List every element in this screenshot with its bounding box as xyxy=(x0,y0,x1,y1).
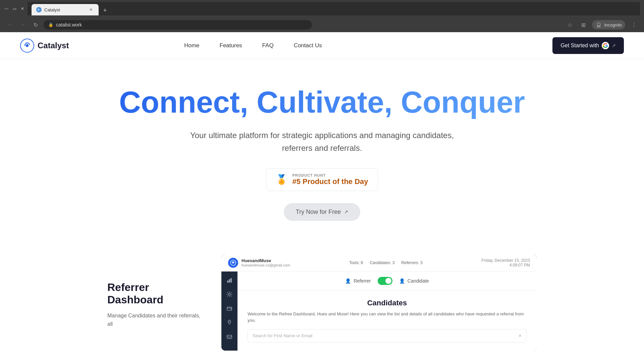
refresh-button[interactable]: ↻ xyxy=(31,20,40,29)
menu-icon: ⋮ xyxy=(631,22,637,28)
product-hunt-rank: #5 Product of the Day xyxy=(292,177,368,186)
svg-rect-8 xyxy=(227,281,228,283)
app-topbar: HuesandMuse huesandmuse.co@gmail.com Too… xyxy=(221,254,537,272)
dashboard-description: Manage Candidates and their referrals, a… xyxy=(107,311,201,328)
svg-point-11 xyxy=(228,293,230,295)
nav-features[interactable]: Features xyxy=(220,42,242,49)
search-placeholder: Search for First Name or Email xyxy=(253,333,312,338)
app-logo-area: HuesandMuse huesandmuse.co@gmail.com xyxy=(228,258,290,268)
svg-rect-3 xyxy=(597,25,601,27)
search-close-icon[interactable]: × xyxy=(519,333,522,339)
candidates-content: Candidates Welcome to the Refree Dashboa… xyxy=(237,291,537,351)
tools-stat: Tools: 8 xyxy=(349,260,363,265)
candidate-icon: 👤 xyxy=(399,278,405,284)
refresh-icon: ↻ xyxy=(34,22,38,28)
logo[interactable]: Catalyst xyxy=(20,39,69,53)
product-hunt-label: PRODUCT HUNT xyxy=(292,173,368,177)
app-user-info: HuesandMuse huesandmuse.co@gmail.com xyxy=(241,258,290,267)
app-user-email: huesandmuse.co@gmail.com xyxy=(241,263,290,267)
referrer-toggle-item: 👤 Referrer xyxy=(345,278,371,284)
toolbar-right: ☆ ⊞ Incognito ⋮ xyxy=(565,20,639,29)
sidebar-settings-icon[interactable] xyxy=(225,290,233,298)
product-hunt-text: PRODUCT HUNT #5 Product of the Day xyxy=(292,173,368,186)
try-now-label: Try Now for Free xyxy=(296,208,341,216)
back-button[interactable]: ← xyxy=(5,20,15,29)
sidebar-location-icon[interactable] xyxy=(225,318,233,326)
split-button[interactable]: ⊞ xyxy=(579,20,588,29)
svg-point-14 xyxy=(229,321,230,322)
dashboard-text: Referrer Dashboard Manage Candidates and… xyxy=(107,254,201,328)
product-hunt-badge[interactable]: 🏅 PRODUCT HUNT #5 Product of the Day xyxy=(266,168,378,191)
external-arrow-icon: ↗ xyxy=(612,43,616,48)
time-text: 4:09:07 PM xyxy=(481,263,530,267)
svg-point-5 xyxy=(26,44,29,47)
incognito-icon xyxy=(595,21,602,28)
logo-icon xyxy=(20,39,34,53)
logo-text: Catalyst xyxy=(38,41,69,50)
minimize-button[interactable]: — xyxy=(4,6,9,11)
app-logo-circle xyxy=(228,258,238,268)
app-user-name: HuesandMuse xyxy=(241,258,290,263)
svg-point-7 xyxy=(232,262,234,263)
candidates-description: Welcome to the Refree Dashboard, Hues an… xyxy=(248,311,527,324)
hero-title: Connect, Cultivate, Conquer xyxy=(20,86,624,119)
svg-point-2 xyxy=(598,23,600,25)
browser-chrome: — ▭ ✕ Catalyst ✕ + ← → xyxy=(0,0,644,32)
back-icon: ← xyxy=(7,22,13,28)
bookmark-button[interactable]: ☆ xyxy=(565,20,575,29)
app-topbar-stats: Tools: 8 Candidates: 3 Referrers: 3 xyxy=(349,260,423,265)
active-tab[interactable]: Catalyst ✕ xyxy=(32,4,99,15)
forward-icon: → xyxy=(20,22,25,28)
nav-home[interactable]: Home xyxy=(184,42,199,49)
app-topbar-date: Friday, December 15, 2023 4:09:07 PM xyxy=(481,258,530,267)
cta-label: Get Started with xyxy=(560,43,599,49)
nav-faq[interactable]: FAQ xyxy=(262,42,274,49)
maximize-button[interactable]: ▭ xyxy=(12,6,17,11)
get-started-button[interactable]: Get Started with ↗ xyxy=(552,37,624,54)
tab-close-button[interactable]: ✕ xyxy=(88,7,94,13)
address-bar[interactable]: 🔒 catalist.work xyxy=(44,20,312,29)
referrers-stat: Referrers: 3 xyxy=(401,260,422,265)
website-content: Catalyst Home Features FAQ Contact Us Ge… xyxy=(0,32,644,351)
hero-subtitle: Your ultimate platform for strategic app… xyxy=(188,129,456,155)
new-tab-button[interactable]: + xyxy=(100,5,110,15)
lock-icon: 🔒 xyxy=(48,22,53,27)
incognito-label: Incognito xyxy=(604,22,622,27)
try-now-button[interactable]: Try Now for Free ↗ xyxy=(284,203,360,221)
split-icon: ⊞ xyxy=(581,22,586,28)
dashboard-image: HuesandMuse huesandmuse.co@gmail.com Too… xyxy=(221,254,537,351)
search-bar-preview[interactable]: Search for First Name or Email × xyxy=(248,329,527,343)
candidate-toggle-item: 👤 Candidate xyxy=(399,278,429,284)
hero-title-text: Connect, Cultivate, Conquer xyxy=(119,85,525,119)
star-icon: ☆ xyxy=(568,22,572,28)
medal-icon: 🏅 xyxy=(276,174,287,185)
incognito-badge[interactable]: Incognito xyxy=(592,20,625,29)
app-main-content: 👤 Referrer 👤 Candidate Candidates Welcom… xyxy=(237,272,537,351)
toggle-switch[interactable] xyxy=(378,277,392,285)
dashboard-title: Referrer Dashboard xyxy=(107,281,201,306)
toggle-bar: 👤 Referrer 👤 Candidate xyxy=(237,272,537,291)
referrer-label: Referrer xyxy=(354,278,371,284)
close-window-button[interactable]: ✕ xyxy=(20,6,25,11)
candidates-title: Candidates xyxy=(248,299,527,307)
svg-rect-15 xyxy=(227,335,232,339)
tab-favicon xyxy=(36,7,42,12)
window-controls: — ▭ ✕ xyxy=(4,6,25,11)
svg-rect-10 xyxy=(230,278,232,283)
sidebar-wallet-icon[interactable] xyxy=(225,304,233,312)
svg-rect-13 xyxy=(230,309,231,309)
svg-rect-9 xyxy=(229,279,230,283)
forward-button[interactable]: → xyxy=(18,20,28,29)
menu-button[interactable]: ⋮ xyxy=(629,20,639,29)
browser-title-bar: — ▭ ✕ Catalyst ✕ + xyxy=(0,0,644,17)
external-link-icon: ↗ xyxy=(344,209,348,215)
nav-contact[interactable]: Contact Us xyxy=(294,42,322,49)
hero-section: Connect, Cultivate, Conquer Your ultimat… xyxy=(0,59,644,254)
sidebar-chart-icon[interactable] xyxy=(225,276,233,284)
browser-toolbar: ← → ↻ 🔒 catalist.work ☆ ⊞ xyxy=(0,17,644,32)
google-icon xyxy=(602,42,609,49)
dashboard-preview-section: Referrer Dashboard Manage Candidates and… xyxy=(87,254,557,351)
navbar: Catalyst Home Features FAQ Contact Us Ge… xyxy=(0,32,644,59)
referrer-icon: 👤 xyxy=(345,278,351,284)
sidebar-mail-icon[interactable] xyxy=(225,333,233,341)
